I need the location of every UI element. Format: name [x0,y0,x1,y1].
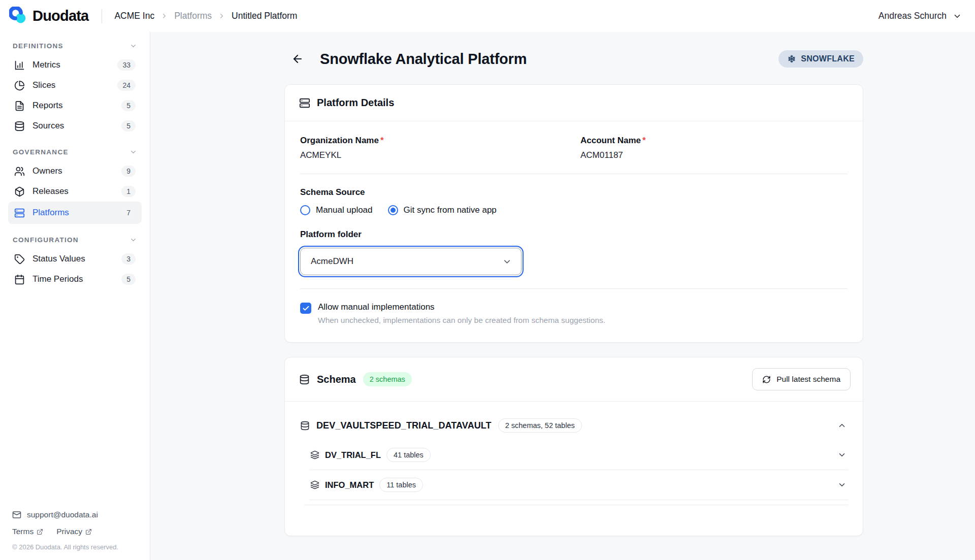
support-email-link[interactable]: support@duodata.ai [12,510,138,519]
breadcrumb-platforms[interactable]: Platforms [174,11,212,21]
platform-type-badge: SNOWFLAKE [778,50,863,68]
calendar-icon [14,274,25,285]
radio-git-sync[interactable]: Git sync from native app [388,205,497,215]
platform-details-card: Platform Details Organization Name* ACME… [284,84,863,343]
back-button[interactable] [291,53,304,65]
top-bar: Duodata ACME Inc Platforms Untitled Plat… [0,0,975,32]
sidebar-item-metrics[interactable]: Metrics 33 [8,55,142,75]
allow-manual-label[interactable]: Allow manual implementations [318,302,605,312]
schema-meta-badge: 11 tables [379,478,423,492]
account-name-field: Account Name* ACM01187 [580,136,848,160]
required-asterisk: * [642,136,646,145]
sidebar-section-governance[interactable]: GOVERNANCE [8,148,142,156]
pull-button-label: Pull latest schema [776,375,840,384]
chevron-down-icon [953,12,962,21]
users-icon [14,166,25,177]
support-email: support@duodata.ai [27,510,98,519]
allow-manual-checkbox[interactable] [300,303,311,314]
card-title: Platform Details [317,97,394,109]
chevron-down-icon [129,236,137,244]
section-label: GOVERNANCE [13,148,69,156]
pull-latest-schema-button[interactable]: Pull latest schema [752,368,851,390]
sidebar-section-configuration[interactable]: CONFIGURATION [8,236,142,244]
privacy-link[interactable]: Privacy [56,527,92,536]
sidebar-item-label: Status Values [32,254,85,264]
divider [300,174,848,174]
sidebar-item-label: Reports [32,101,63,111]
sidebar-item-releases[interactable]: Releases 1 [8,181,142,202]
brand-name: Duodata [32,8,88,24]
schema-meta-badge: 41 tables [386,448,431,462]
snowflake-icon [787,54,796,63]
sidebar-item-status-values[interactable]: Status Values 3 [8,249,142,269]
chevron-down-icon [129,148,137,156]
breadcrumb-org[interactable]: ACME Inc [114,11,154,21]
database-row[interactable]: DEV_VAULTSPEED_TRIAL_DATAVAULT 2 schemas… [299,410,849,440]
chevron-right-icon [160,12,168,20]
terms-link[interactable]: Terms [12,527,43,536]
sidebar-item-label: Releases [32,186,69,196]
sidebar-item-label: Platforms [32,208,69,218]
mail-icon [12,510,21,519]
org-name-label: Organization Name [300,136,379,145]
server-icon [299,97,310,109]
schema-source-label: Schema Source [300,187,848,197]
platform-folder-value: AcmeDWH [311,256,353,267]
sidebar-footer: support@duodata.ai Terms Privacy © 2026 … [8,510,142,551]
org-name-field: Organization Name* ACMEYKL [300,136,567,160]
sidebar-item-slices[interactable]: Slices 24 [8,75,142,95]
package-icon [14,186,25,197]
platform-folder-label: Platform folder [300,229,848,240]
count-badge: 1 [121,186,136,197]
sidebar-item-label: Sources [32,121,64,131]
radio-manual-label: Manual upload [316,205,373,215]
radio-manual-upload[interactable]: Manual upload [300,205,373,215]
platform-folder-select[interactable]: AcmeDWH [300,248,522,275]
check-icon [302,305,310,312]
copyright-text: © 2026 Duodata. All rights reserved. [12,543,138,551]
sidebar-item-time-periods[interactable]: Time Periods 5 [8,269,142,289]
external-link-icon [37,529,43,535]
required-asterisk: * [380,136,384,145]
radio-circle-icon [300,205,310,215]
sidebar-item-sources[interactable]: Sources 5 [8,116,142,136]
sidebar-item-label: Slices [32,80,55,90]
header-divider [102,9,102,23]
count-badge: 3 [121,253,136,265]
divider [300,288,848,289]
chevron-down-icon [837,480,847,489]
count-badge: 5 [121,274,136,285]
org-name-value: ACMEYKL [300,150,567,160]
main-content: Snowflake Analytical Platform SNOWFLAKE [150,32,975,560]
sidebar-item-platforms[interactable]: Platforms 7 [8,202,142,224]
refresh-icon [762,375,771,384]
tag-icon [14,254,25,265]
brand-logo[interactable]: Duodata [9,7,88,25]
terms-label: Terms [12,527,34,536]
count-badge: 9 [121,166,136,177]
duodata-logo-icon [9,7,28,25]
schema-row-info-mart[interactable]: INFO_MART 11 tables [309,470,849,500]
database-name: DEV_VAULTSPEED_TRIAL_DATAVAULT [316,420,492,431]
sidebar: DEFINITIONS Metrics 33 Slices 24 [0,32,150,560]
sidebar-item-label: Time Periods [32,274,83,284]
count-badge: 7 [121,207,136,218]
file-text-icon [14,101,25,111]
database-icon [299,374,310,385]
sidebar-section-definitions[interactable]: DEFINITIONS [8,42,142,50]
database-meta-badge: 2 schemas, 52 tables [498,418,582,433]
external-link-icon [85,529,92,535]
page-title: Snowflake Analytical Platform [320,51,527,68]
sidebar-item-reports[interactable]: Reports 5 [8,95,142,116]
schema-name: DV_TRIAL_FL [325,450,381,460]
schema-count-badge: 2 schemas [363,372,412,386]
schema-row-dv-trial-fl[interactable]: DV_TRIAL_FL 41 tables [309,440,849,470]
platform-badge-label: SNOWFLAKE [801,54,855,63]
chevron-right-icon [218,12,225,20]
user-name: Andreas Schurch [879,11,947,21]
allow-manual-help-text: When unchecked, implementations can only… [318,316,605,325]
sidebar-item-owners[interactable]: Owners 9 [8,161,142,181]
user-menu[interactable]: Andreas Schurch [879,11,962,21]
breadcrumb: ACME Inc Platforms Untitled Platform [114,11,297,21]
chevron-down-icon [502,257,512,267]
